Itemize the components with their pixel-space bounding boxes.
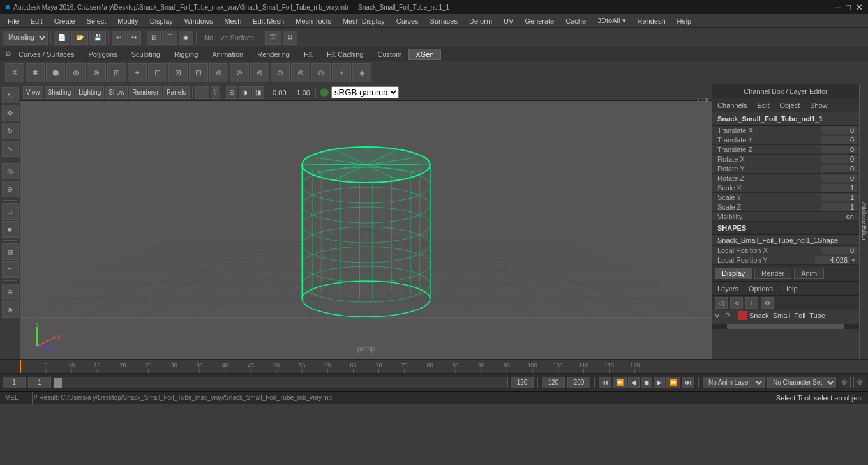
view-menu[interactable]: View — [23, 86, 43, 99]
panel-close-btn[interactable]: ✕ — [704, 96, 710, 104]
attr-translate-y[interactable]: Translate Y — [712, 135, 859, 145]
attr-rotate-x[interactable]: Rotate X — [712, 155, 859, 164]
shelf-icon-9[interactable]: ⊠ — [168, 63, 188, 82]
playbar-thumb[interactable] — [54, 378, 62, 388]
layer-new-btn[interactable]: + — [745, 297, 758, 309]
tab-display[interactable]: Display — [715, 268, 752, 279]
play-back-btn[interactable]: ◀ — [628, 377, 640, 388]
attr-local-pos-y-input[interactable] — [815, 256, 850, 264]
select-tool-btn[interactable]: ↖ — [2, 87, 19, 103]
attr-scale-x-input[interactable] — [821, 184, 857, 192]
attr-scale-z[interactable]: Scale Z — [712, 202, 859, 212]
texture-btn[interactable]: ◨ — [252, 86, 264, 99]
rotate-tool-btn[interactable]: ↻ — [2, 123, 19, 139]
move-tool-btn[interactable]: ✥ — [2, 105, 19, 121]
lighting-menu[interactable]: Lighting — [75, 86, 104, 99]
menu-item-cache[interactable]: Cache — [560, 16, 591, 26]
attr-rotate-y[interactable]: Rotate Y — [712, 164, 859, 174]
menu-item-display[interactable]: Display — [145, 16, 178, 26]
shelf-tab-sculpting[interactable]: Sculpting — [124, 49, 167, 60]
hide-btn[interactable]: ■ — [2, 221, 19, 238]
snap-point-btn[interactable]: ◉ — [179, 31, 193, 45]
settings-btn2[interactable]: ⚙ — [853, 377, 865, 388]
panel-minimize-btn[interactable]: ─ — [692, 96, 698, 104]
smooth-shade-btn[interactable]: ◑ — [239, 86, 251, 99]
constraint-btn[interactable]: ⊗ — [2, 301, 19, 318]
menu-item-edit-mesh[interactable]: Edit Mesh — [248, 16, 289, 26]
minimize-button[interactable]: ─ — [835, 3, 841, 12]
render-btn[interactable]: 🎬 — [265, 31, 281, 45]
menu-item-mesh[interactable]: Mesh — [219, 16, 246, 26]
shelf-icon-17[interactable]: ⌖ — [332, 63, 351, 82]
end-frame-input[interactable] — [542, 377, 565, 388]
outliner-btn[interactable]: ≡ — [2, 261, 19, 278]
attr-translate-y-input[interactable] — [821, 136, 857, 144]
attr-visibility[interactable]: Visibility on — [712, 212, 859, 222]
shelf-tab-curves---surfaces[interactable]: Curves / Surfaces — [11, 49, 81, 60]
shelf-icon-11[interactable]: ⊜ — [209, 63, 228, 82]
panel-maximize-btn[interactable]: □ — [698, 96, 703, 104]
shelf-settings-icon[interactable]: ⚙ — [5, 50, 11, 58]
shelf-icon-12[interactable]: ⊘ — [230, 63, 249, 82]
open-btn[interactable]: 📂 — [71, 31, 88, 45]
snap-grid-btn[interactable]: ⊞ — [147, 31, 161, 45]
grid-btn[interactable]: # — [211, 86, 221, 99]
attr-scale-z-input[interactable] — [821, 203, 857, 211]
shelf-icon-6[interactable]: ⊞ — [107, 63, 126, 82]
shelf-icon-8[interactable]: ⊡ — [148, 63, 167, 82]
attr-rotate-z-input[interactable] — [821, 174, 857, 182]
shelf-icon-1[interactable]: X — [5, 63, 24, 82]
set-range-btn[interactable]: ⊕ — [2, 284, 19, 300]
redo-btn[interactable]: ↪ — [127, 31, 141, 45]
fps-input[interactable] — [567, 377, 590, 388]
attr-scale-y[interactable]: Scale Y — [712, 193, 859, 202]
shelf-icon-13[interactable]: ⊛ — [250, 63, 269, 82]
new-scene-btn[interactable]: 📄 — [54, 31, 70, 45]
timeline-ruler[interactable]: 5 10 15 20 25 30 35 40 45 50 5 — [20, 360, 712, 373]
layer-row[interactable]: V P Snack_Small_Foil_Tube — [712, 310, 859, 321]
anim-layer-selector[interactable]: No Anim Layer — [703, 377, 765, 388]
gamma-selector[interactable]: sRGB gamma — [331, 86, 399, 98]
layer-tab-options[interactable]: Options — [746, 284, 775, 294]
tab-object[interactable]: Object — [777, 100, 802, 111]
shelf-icon-3[interactable]: ⬢ — [46, 63, 65, 82]
play-fwd-btn[interactable]: ▶ — [654, 377, 665, 388]
shelf-icon-4[interactable]: ⊕ — [66, 63, 86, 82]
attr-scale-x[interactable]: Scale X — [712, 183, 859, 193]
show-menu[interactable]: Show — [105, 86, 128, 99]
layer-tab-help[interactable]: Help — [781, 284, 800, 294]
attr-rotate-x-input[interactable] — [821, 155, 857, 163]
attr-rotate-y-input[interactable] — [821, 165, 857, 172]
menu-item-generate[interactable]: Generate — [520, 16, 559, 26]
shelf-tab-rendering[interactable]: Rendering — [250, 49, 297, 60]
attr-rotate-z[interactable]: Rotate Z — [712, 174, 859, 183]
menu-item-curves[interactable]: Curves — [391, 16, 424, 26]
goto-end-btn[interactable]: ⏭ — [682, 377, 694, 388]
menu-item-surfaces[interactable]: Surfaces — [425, 16, 463, 26]
attr-translate-x[interactable]: Translate X — [712, 126, 859, 135]
shelf-icon-10[interactable]: ⊟ — [189, 63, 208, 82]
auto-key-btn[interactable]: ⚙ — [839, 377, 851, 388]
menu-item-3dtoall-▾[interactable]: 3DtoAll ▾ — [592, 15, 631, 26]
close-button[interactable]: ✕ — [856, 3, 863, 12]
right-scrollbar[interactable] — [712, 324, 859, 329]
menu-item-edit[interactable]: Edit — [26, 16, 48, 26]
shelf-tab-polygons[interactable]: Polygons — [81, 49, 124, 60]
attr-translate-z[interactable]: Translate Z — [712, 145, 859, 155]
shelf-icon-7[interactable]: ✦ — [128, 63, 147, 82]
component-btn[interactable]: ▦ — [2, 243, 19, 260]
canvas-area[interactable]: persp X Y Z — [20, 101, 712, 359]
shading-menu[interactable]: Shading — [45, 86, 75, 99]
shelf-icon-16[interactable]: ⊙ — [311, 63, 331, 82]
local-pos-y-expand[interactable]: ▼ — [850, 257, 857, 264]
attr-local-pos-x[interactable]: Local Position X — [712, 246, 859, 255]
attr-local-pos-y[interactable]: Local Position Y ▼ — [712, 255, 859, 265]
shelf-tab-custom[interactable]: Custom — [371, 49, 409, 60]
render-settings-btn[interactable]: ⚙ — [283, 31, 297, 45]
shelf-tab-animation[interactable]: Animation — [205, 49, 250, 60]
goto-start-btn[interactable]: ⏮ — [599, 377, 611, 388]
shelf-tab-fx[interactable]: FX — [297, 49, 320, 60]
gamma-color-btn[interactable] — [320, 88, 329, 97]
attributes-scroll[interactable]: Translate X Translate Y Translate Z Rota… — [712, 126, 859, 359]
attribute-editor-tab[interactable]: Attribute Editor — [859, 84, 868, 359]
